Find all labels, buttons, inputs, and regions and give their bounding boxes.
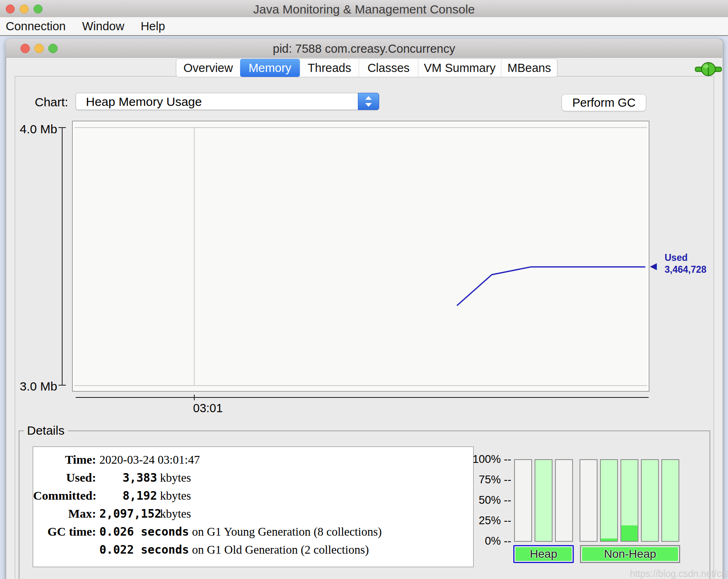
details-legend: Details (24, 424, 68, 438)
gauge-axis-label: 100% -- (462, 453, 511, 466)
x-axis-tick (194, 395, 195, 400)
heap-pool-bar (514, 459, 532, 542)
heap-usage-line-chart (74, 123, 647, 389)
details-row-label: Max: (33, 505, 96, 523)
heap-pool-bar (555, 459, 573, 542)
used-series-name: Used (665, 252, 706, 264)
details-row: Max:2,097,152 kbytes (33, 505, 473, 523)
y-axis-line (62, 128, 63, 386)
chart-plot (74, 123, 647, 389)
details-row-value: 0.026 seconds on G1 Young Generation (8 … (96, 523, 382, 541)
chart-select-value: Heap Memory Usage (86, 95, 202, 109)
screen: Java Monitoring & Management Console Con… (0, 0, 728, 579)
x-axis-line (76, 397, 649, 398)
details-row-value: 8,192 kbytes (96, 487, 191, 505)
inner-titlebar: pid: 7588 com.creasy.Concurrency (6, 39, 722, 58)
chart-select[interactable]: Heap Memory Usage (76, 93, 379, 110)
window-title: Java Monitoring & Management Console (0, 2, 728, 16)
non-heap-pool-bar (620, 459, 638, 542)
gauge-axis-label: 25% -- (462, 514, 511, 527)
menu-connection[interactable]: Connection (6, 20, 66, 33)
tab-bar: OverviewMemoryThreadsClassesVM SummaryMB… (176, 58, 557, 77)
non-heap-pool-bar (641, 459, 659, 542)
details-row: Used:3,383 kbytes (33, 469, 473, 487)
details-row-value: 0.022 seconds on G1 Old Generation (2 co… (96, 541, 369, 559)
used-series-value: 3,464,728 (665, 264, 706, 276)
tab-memory[interactable]: Memory (240, 59, 300, 77)
connected-plug-icon (694, 61, 722, 77)
gauge-axis-label: 75% -- (462, 474, 511, 486)
details-row-value: 2020-03-24 03:01:47 (96, 451, 200, 469)
tab-threads[interactable]: Threads (300, 59, 359, 77)
inner-window-title: pid: 7588 com.creasy.Concurrency (6, 42, 722, 56)
details-row-label: Used: (33, 469, 96, 487)
non-heap-pool-bar (661, 459, 679, 542)
non-heap-pool-bar (600, 459, 618, 542)
tab-mbeans[interactable]: MBeans (501, 59, 557, 77)
details-panel: Time:2020-03-24 03:01:47Used:3,383 kbyte… (33, 447, 474, 567)
chevron-updown-icon (358, 93, 379, 110)
non-heap-pool-bar (580, 459, 598, 542)
heap-button[interactable]: Heap (513, 545, 574, 563)
details-row-label: Committed: (33, 487, 96, 505)
menu-bar: ConnectionWindowHelp (0, 17, 728, 36)
x-axis-label: 03:01 (193, 402, 223, 415)
used-series-label: Used 3,464,728 (665, 252, 706, 276)
outer-titlebar: Java Monitoring & Management Console (0, 0, 728, 18)
y-axis-tick-bottom (58, 385, 66, 386)
memory-chart (72, 121, 649, 392)
details-row: Committed:8,192 kbytes (33, 487, 473, 505)
details-row-label: GC time: (33, 523, 96, 541)
gauge-axis-label: 0% -- (462, 535, 511, 548)
details-row-value: 3,383 kbytes (96, 469, 191, 487)
gauge-axis-label: 50% -- (462, 494, 511, 507)
watermark: https://blog.csdn.net/creasylai19 (630, 568, 725, 579)
non-heap-button[interactable]: Non-Heap (580, 545, 680, 563)
tab-vm-summary[interactable]: VM Summary (418, 59, 501, 77)
menu-help[interactable]: Help (141, 20, 165, 33)
tab-classes[interactable]: Classes (359, 59, 418, 77)
perform-gc-button[interactable]: Perform GC (562, 94, 646, 111)
y-axis-tick-top (58, 127, 66, 128)
y-axis-label-top: 4.0 Mb (16, 122, 57, 136)
series-pointer-icon: ◀ (650, 261, 657, 272)
details-row-value: 2,097,152 kbytes (96, 505, 191, 523)
details-row: GC time:0.026 seconds on G1 Young Genera… (33, 523, 473, 541)
details-row: Time:2020-03-24 03:01:47 (33, 451, 473, 469)
heap-pool-bar (535, 459, 553, 542)
menu-window[interactable]: Window (82, 20, 124, 33)
details-row: 0.022 seconds on G1 Old Generation (2 co… (33, 541, 473, 559)
y-axis-label-bottom: 3.0 Mb (16, 379, 57, 393)
chart-label: Chart: (35, 95, 68, 109)
details-row-label: Time: (33, 451, 96, 469)
tab-overview[interactable]: Overview (176, 59, 240, 77)
